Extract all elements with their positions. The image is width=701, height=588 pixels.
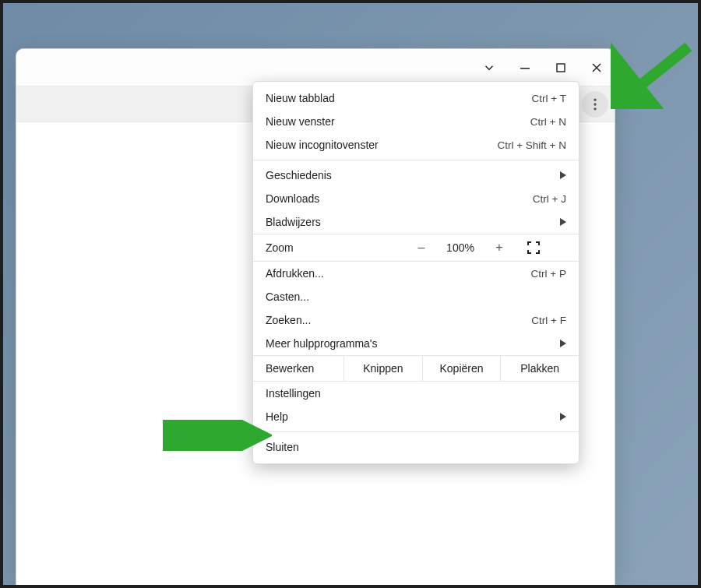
kebab-menu-icon[interactable] — [582, 91, 608, 118]
submenu-arrow-icon — [558, 218, 566, 226]
submenu-arrow-icon — [558, 413, 566, 421]
chrome-menu: Nieuw tabblad Ctrl + T Nieuw venster Ctr… — [252, 81, 579, 464]
cut-button[interactable]: Knippen — [343, 356, 422, 381]
menu-label: Zoeken... — [266, 314, 311, 326]
menu-label: Nieuw incognitovenster — [266, 139, 379, 151]
edit-label: Bewerken — [253, 362, 343, 375]
menu-item-settings[interactable]: Instellingen — [253, 382, 579, 405]
menu-label: Casten... — [266, 290, 309, 303]
menu-shortcut: Ctrl + P — [531, 268, 566, 280]
zoom-label: Zoom — [266, 241, 406, 254]
submenu-arrow-icon — [558, 340, 566, 347]
menu-shortcut: Ctrl + J — [533, 193, 566, 205]
menu-label: Nieuw venster — [266, 115, 335, 128]
annotation-arrow-icon — [163, 420, 272, 451]
menu-item-print[interactable]: Afdrukken... Ctrl + P — [253, 262, 579, 285]
copy-button[interactable]: Kopiëren — [422, 356, 501, 381]
menu-item-bookmarks[interactable]: Bladwijzers — [253, 210, 579, 234]
menu-shortcut: Ctrl + N — [530, 116, 566, 128]
svg-point-9 — [594, 103, 596, 105]
svg-marker-14 — [560, 413, 566, 421]
separator — [253, 160, 579, 160]
menu-shortcut: Ctrl + T — [532, 93, 566, 104]
menu-shortcut: Ctrl + F — [531, 315, 566, 326]
submenu-arrow-icon — [558, 171, 566, 179]
menu-item-help[interactable]: Help — [253, 405, 579, 428]
svg-line-16 — [626, 47, 689, 97]
svg-point-8 — [594, 98, 596, 100]
menu-label: Meer hulpprogramma's — [266, 337, 378, 350]
menu-item-new-window[interactable]: Nieuw venster Ctrl + N — [253, 110, 579, 133]
menu-label: Afdrukken... — [266, 267, 324, 280]
svg-marker-12 — [560, 218, 566, 226]
menu-item-exit[interactable]: Sluiten — [253, 435, 579, 459]
menu-label: Instellingen — [266, 387, 321, 400]
menu-label: Nieuw tabblad — [266, 92, 335, 104]
menu-label: Geschiedenis — [266, 169, 332, 181]
menu-label: Downloads — [266, 192, 319, 205]
svg-point-10 — [594, 107, 596, 110]
menu-item-cast[interactable]: Casten... — [253, 285, 579, 308]
svg-rect-0 — [520, 68, 530, 69]
separator — [253, 431, 579, 432]
close-button[interactable] — [579, 49, 615, 86]
menu-shortcut: Ctrl + Shift + N — [497, 139, 566, 151]
menu-label: Bladwijzers — [266, 216, 321, 228]
zoom-value: 100% — [437, 241, 484, 254]
menu-item-new-incognito[interactable]: Nieuw incognitovenster Ctrl + Shift + N — [253, 133, 579, 157]
svg-rect-1 — [557, 64, 565, 72]
zoom-out-button[interactable]: – — [406, 241, 437, 255]
menu-item-new-tab[interactable]: Nieuw tabblad Ctrl + T — [253, 86, 579, 110]
menu-item-edit: Bewerken Knippen Kopiëren Plakken — [253, 355, 579, 382]
menu-item-more-tools[interactable]: Meer hulpprogramma's — [253, 332, 579, 355]
menu-item-zoom: Zoom – 100% + — [253, 234, 579, 262]
fullscreen-button[interactable] — [515, 241, 552, 254]
svg-marker-11 — [560, 171, 566, 179]
zoom-in-button[interactable]: + — [484, 241, 515, 255]
menu-item-history[interactable]: Geschiedenis — [253, 164, 579, 187]
annotation-arrow-icon — [611, 39, 696, 109]
svg-marker-13 — [560, 340, 566, 347]
menu-item-downloads[interactable]: Downloads Ctrl + J — [253, 187, 579, 210]
menu-item-find[interactable]: Zoeken... Ctrl + F — [253, 308, 579, 332]
paste-button[interactable]: Plakken — [500, 356, 579, 381]
